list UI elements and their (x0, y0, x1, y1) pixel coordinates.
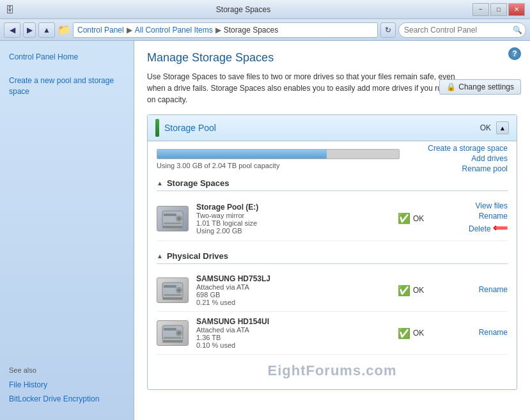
status-label-3: OK (413, 329, 424, 338)
up-button[interactable]: ▲ (38, 22, 55, 38)
drive-detail-3b: 1.36 TB (196, 334, 390, 341)
drive-status-1: ✅ OK (398, 212, 449, 224)
watermark: EightForums.com (157, 355, 508, 382)
change-settings-button[interactable]: 🔒 Change settings (439, 79, 521, 95)
maximize-button[interactable]: □ (490, 3, 507, 16)
svg-point-3 (178, 217, 180, 220)
capacity-bar (157, 149, 400, 159)
svg-rect-4 (164, 222, 182, 224)
hdd-svg-1 (161, 210, 184, 228)
create-storage-space-link[interactable]: Create a storage space (428, 144, 508, 153)
help-button[interactable]: ? (508, 47, 521, 60)
status-label-1: OK (413, 214, 424, 223)
pool-collapse-button[interactable]: ▲ (496, 121, 509, 134)
search-wrap: 🔍 (398, 22, 526, 38)
drive-detail-1a: Two-way mirror (196, 212, 390, 219)
drive-name-3: SAMSUNG HD154UI (196, 317, 390, 326)
title-bar-controls: − □ ✕ (472, 3, 525, 16)
status-label-2: OK (413, 286, 424, 295)
drive-detail-2a: Attached via ATA (196, 283, 390, 291)
svg-rect-11 (164, 328, 176, 331)
drive-name-2: SAMSUNG HD753LJ (196, 274, 390, 283)
storage-spaces-collapse-arrow: ▲ (157, 180, 163, 187)
storage-pool-section: Storage Pool OK ▲ Using 3.00 GB of 2.04 … (147, 114, 517, 390)
pool-actions: Create a storage space Add drives Rename… (428, 144, 508, 175)
svg-rect-9 (164, 294, 182, 296)
svg-point-13 (178, 332, 180, 334)
window-title: Storage Spaces (14, 5, 472, 14)
change-settings-label: Change settings (458, 82, 514, 91)
breadcrumb: Control Panel ▶ All Control Panel Items … (73, 22, 378, 38)
breadcrumb-control-panel[interactable]: Control Panel (77, 26, 124, 35)
pool-ok-label: OK (480, 123, 491, 132)
pool-header-right: OK ▲ (480, 121, 509, 134)
back-button[interactable]: ◀ (4, 22, 20, 38)
svg-point-8 (178, 289, 180, 292)
drive-icon-3 (157, 320, 189, 346)
rename-drive-2-link[interactable]: Rename (456, 328, 508, 337)
sidebar-item-create[interactable]: Create a new pool and storage space (0, 73, 134, 100)
svg-rect-14 (164, 337, 182, 339)
sidebar-item-home[interactable]: Control Panel Home (0, 49, 134, 65)
main-layout: Control Panel Home Create a new pool and… (0, 41, 530, 420)
page-description: Use Storage Spaces to save files to two … (147, 71, 467, 105)
lock-icon: 🔒 (446, 82, 456, 91)
title-bar-left: 🗄 (5, 4, 14, 15)
delete-space-link[interactable]: Delete ⟸ (456, 222, 508, 234)
title-bar: 🗄 Storage Spaces − □ ✕ (0, 0, 530, 19)
rename-space-link[interactable]: Rename (456, 212, 508, 221)
delete-arrow: ⟸ (493, 222, 508, 233)
drive-status-3: ✅ OK (398, 327, 449, 339)
drive-name-1: Storage Pool (E:) (196, 203, 390, 212)
forward-button[interactable]: ▶ (23, 22, 36, 38)
rename-drive-1-link[interactable]: Rename (456, 285, 508, 294)
drive-icon-2 (157, 277, 189, 303)
status-ok-icon-3: ✅ (398, 327, 410, 339)
pool-title: Storage Pool (164, 123, 216, 133)
add-drives-link[interactable]: Add drives (428, 154, 508, 163)
sidebar: Control Panel Home Create a new pool and… (0, 41, 134, 420)
storage-spaces-subsection-header: ▲ Storage Spaces (157, 178, 508, 191)
page-title: Manage Storage Spaces (147, 51, 517, 65)
folder-icon: 📁 (58, 24, 70, 36)
drive-actions-3: Rename (456, 328, 508, 338)
see-also-label: See also (9, 366, 125, 374)
pool-header-left: Storage Pool (155, 119, 216, 137)
hdd-svg-2 (161, 281, 184, 299)
refresh-button[interactable]: ↻ (380, 22, 396, 38)
drive-detail-2b: 698 GB (196, 291, 390, 299)
content-area: ? Manage Storage Spaces Use Storage Spac… (134, 41, 530, 420)
breadcrumb-all-items[interactable]: All Control Panel Items (135, 26, 213, 35)
pool-body: Using 3.00 GB of 2.04 TB pool capacity C… (148, 141, 517, 389)
close-button[interactable]: ✕ (508, 3, 525, 16)
status-ok-icon-2: ✅ (398, 284, 410, 297)
pool-color-bar (155, 119, 159, 137)
sidebar-item-file-history[interactable]: File History (9, 378, 125, 392)
physical-drives-subsection-header: ▲ Physical Drives (157, 251, 508, 264)
drive-detail-2c: 0.21 % used (196, 299, 390, 306)
drive-detail-1b: 1.01 TB logical size (196, 219, 390, 227)
sidebar-item-bitlocker[interactable]: BitLocker Drive Encryption (9, 392, 125, 406)
drive-actions-1: View files Rename Delete ⟸ (456, 201, 508, 235)
address-bar: ◀ ▶ ▲ 📁 Control Panel ▶ All Control Pane… (0, 19, 530, 41)
svg-rect-6 (164, 285, 176, 288)
rename-pool-link[interactable]: Rename pool (428, 164, 508, 173)
drive-info-3: SAMSUNG HD154UI Attached via ATA 1.36 TB… (196, 317, 390, 349)
drive-actions-2: Rename (456, 285, 508, 295)
physical-drives-collapse-arrow: ▲ (157, 253, 163, 260)
view-files-link[interactable]: View files (456, 201, 508, 210)
pool-header: Storage Pool OK ▲ (148, 115, 517, 141)
sidebar-divider (0, 65, 134, 73)
drive-detail-3a: Attached via ATA (196, 326, 390, 334)
hdd-svg-3 (161, 324, 184, 342)
status-ok-icon-1: ✅ (398, 212, 410, 224)
table-row: SAMSUNG HD154UI Attached via ATA 1.36 TB… (157, 312, 508, 355)
drive-info-2: SAMSUNG HD753LJ Attached via ATA 698 GB … (196, 274, 390, 306)
capacity-bar-fill (157, 150, 327, 159)
drive-detail-3c: 0.10 % used (196, 341, 390, 349)
drive-detail-1c: Using 2.00 GB (196, 227, 390, 235)
search-input[interactable] (398, 22, 526, 38)
physical-drives-label: Physical Drives (167, 251, 228, 261)
drive-icon-1 (157, 206, 189, 231)
minimize-button[interactable]: − (472, 3, 489, 16)
